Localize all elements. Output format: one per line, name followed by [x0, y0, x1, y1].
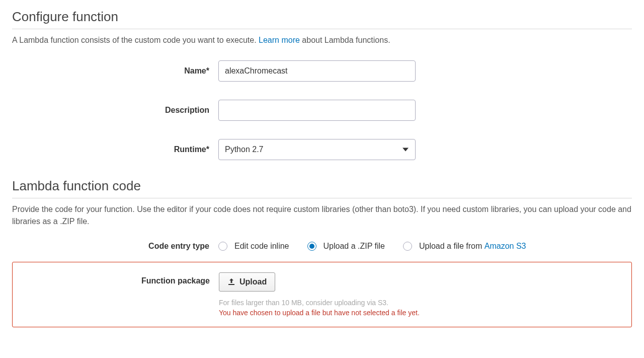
function-package-label: Function package [13, 272, 219, 285]
svg-rect-0 [228, 284, 234, 285]
upload-icon [227, 278, 235, 286]
runtime-row: Runtime* Python 2.7 [12, 139, 632, 160]
name-label: Name* [12, 66, 218, 76]
upload-button-label: Upload [239, 277, 267, 287]
chevron-down-icon [403, 148, 409, 152]
code-entry-row: Code entry type Edit code inline Upload … [12, 242, 632, 251]
description-input[interactable] [218, 100, 416, 121]
upload-error: You have chosen to upload a file but hav… [219, 309, 420, 317]
radio-inline-label: Edit code inline [234, 242, 289, 251]
radio-inline[interactable]: Edit code inline [218, 242, 289, 251]
amazon-s3-link[interactable]: Amazon S3 [485, 242, 526, 251]
configure-desc-post: about Lambda functions. [300, 36, 390, 44]
learn-more-link[interactable]: Learn more [259, 36, 300, 44]
radio-icon [307, 242, 316, 251]
runtime-value: Python 2.7 [225, 145, 264, 154]
section-divider [12, 198, 632, 198]
upload-hint: For files larger than 10 MB, consider up… [219, 299, 420, 307]
description-row: Description [12, 100, 632, 121]
configure-title: Configure function [12, 9, 632, 26]
runtime-select[interactable]: Python 2.7 [218, 139, 416, 160]
radio-icon [218, 242, 227, 251]
function-package-panel: Function package Upload For files larger… [12, 262, 632, 327]
upload-button[interactable]: Upload [219, 272, 275, 292]
radio-zip[interactable]: Upload a .ZIP file [307, 242, 385, 251]
code-title: Lambda function code [12, 178, 632, 195]
description-label: Description [12, 106, 218, 115]
configure-desc-pre: A Lambda function consists of the custom… [12, 36, 259, 44]
radio-icon [403, 242, 412, 251]
runtime-label: Runtime* [12, 145, 218, 154]
code-entry-label: Code entry type [12, 242, 218, 251]
radio-s3[interactable]: Upload a file from Amazon S3 [403, 242, 526, 251]
radio-s3-label-pre: Upload a file from [419, 242, 482, 251]
name-row: Name* [12, 60, 632, 82]
radio-zip-label: Upload a .ZIP file [324, 242, 385, 251]
code-description: Provide the code for your function. Use … [12, 203, 632, 228]
section-divider [12, 29, 632, 29]
name-input[interactable] [218, 60, 416, 82]
configure-description: A Lambda function consists of the custom… [12, 34, 632, 46]
